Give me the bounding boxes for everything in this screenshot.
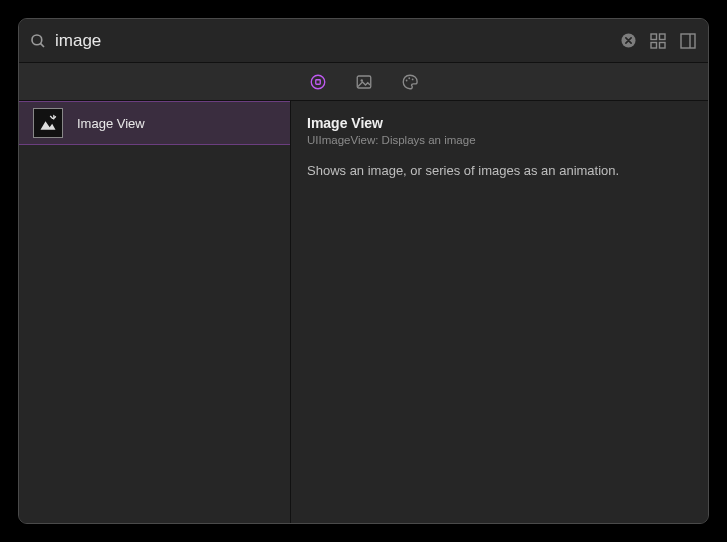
svg-rect-4 — [660, 34, 666, 40]
svg-rect-7 — [681, 34, 695, 48]
svg-rect-10 — [315, 79, 320, 84]
library-tab-media[interactable] — [353, 71, 375, 93]
svg-rect-5 — [651, 42, 657, 48]
svg-rect-3 — [651, 34, 657, 40]
results-list: Image View — [19, 101, 291, 523]
detail-description: Shows an image, or series of images as a… — [307, 162, 692, 180]
detail-title: Image View — [307, 115, 692, 131]
svg-point-0 — [32, 35, 42, 45]
detail-view-icon[interactable] — [680, 33, 696, 49]
search-bar — [19, 19, 708, 63]
result-row-image-view[interactable]: Image View — [19, 101, 290, 145]
search-input[interactable] — [55, 31, 621, 51]
library-filter-bar — [19, 63, 708, 101]
search-controls — [621, 33, 696, 49]
detail-pane: Image View UIImageView: Displays an imag… — [291, 101, 708, 523]
search-icon — [29, 32, 47, 50]
svg-point-9 — [311, 75, 325, 89]
grid-view-icon[interactable] — [650, 33, 666, 49]
library-tab-colors[interactable] — [399, 71, 421, 93]
library-body: Image View Image View UIImageView: Displ… — [19, 101, 708, 523]
clear-search-icon[interactable] — [621, 33, 636, 48]
detail-subtitle: UIImageView: Displays an image — [307, 134, 692, 146]
svg-line-1 — [40, 43, 44, 47]
image-view-icon — [33, 108, 63, 138]
svg-rect-11 — [357, 76, 371, 88]
svg-rect-6 — [660, 42, 666, 48]
object-library-window: Image View Image View UIImageView: Displ… — [18, 18, 709, 524]
svg-point-14 — [408, 77, 410, 79]
library-tab-objects[interactable] — [307, 71, 329, 93]
result-row-label: Image View — [77, 116, 145, 131]
svg-point-13 — [405, 79, 407, 81]
svg-point-15 — [411, 78, 413, 80]
